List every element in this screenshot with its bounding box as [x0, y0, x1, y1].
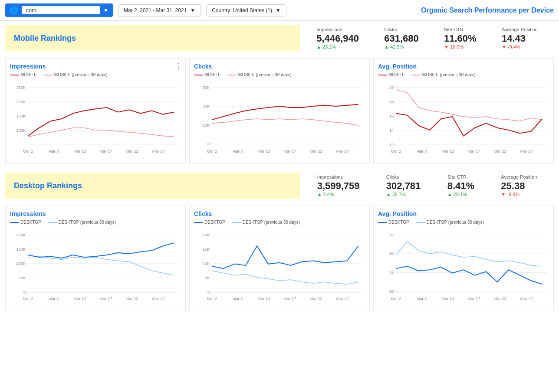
svg-text:Mar 27: Mar 27 [152, 149, 165, 154]
svg-text:Mar 27: Mar 27 [152, 297, 165, 301]
svg-text:12: 12 [389, 143, 394, 147]
date-range-selector[interactable]: Mar 2, 2021 - Mar 31, 2021 ▼ [118, 4, 201, 16]
pos-mobile-prev-line-icon [412, 75, 421, 75]
chart-menu-icon[interactable]: ⋮ [175, 62, 182, 70]
desktop-clicks-svg: 20K 15K 10K 5K 0 Mar 2 Mar 7 Mar 12 Mar … [194, 227, 365, 305]
legend-clicks-desktop-prev: DESKTOP (previous 30 days) [232, 220, 300, 225]
svg-text:5K: 5K [205, 276, 210, 280]
svg-text:Mar 12: Mar 12 [441, 297, 454, 301]
desktop-clicks-legend: DESKTOP DESKTOP (previous 30 days) [194, 220, 365, 225]
page-title: Organic Search Performance per Device [421, 7, 554, 14]
site-icon: 🌐 [10, 6, 18, 14]
svg-text:Mar 7: Mar 7 [233, 149, 243, 154]
svg-text:20K: 20K [203, 104, 210, 108]
mobile-position-chart: Avg. Position MOBILE MOBILE (previous 30… [373, 58, 554, 164]
svg-text:Mar 7: Mar 7 [233, 297, 243, 301]
pos-desktop-current-line-icon [378, 222, 387, 223]
mobile-position-svg: 20 18 16 14 12 Mar 2 Mar 7 Mar 12 Mar 17… [378, 80, 549, 158]
mobile-impressions-legend: MOBILE MOBILE (previous 30 days) [10, 72, 181, 77]
desktop-clicks-chart: Clicks DESKTOP DESKTOP (previous 30 days… [189, 206, 370, 311]
svg-text:250K: 250K [16, 85, 26, 90]
svg-text:0: 0 [207, 142, 210, 146]
svg-text:10K: 10K [203, 123, 210, 127]
svg-text:Mar 17: Mar 17 [99, 297, 112, 301]
svg-text:Mar 27: Mar 27 [520, 297, 533, 301]
svg-text:150K: 150K [16, 114, 26, 118]
desktop-section-header: Desktop Rankings Impressions 3,599,759 ▲… [5, 173, 554, 199]
mobile-impressions-chart: Impressions MOBILE MOBILE (previous 30 d… [5, 58, 186, 164]
svg-text:18: 18 [389, 100, 394, 104]
svg-text:10K: 10K [203, 261, 210, 266]
svg-text:Mar 7: Mar 7 [49, 297, 59, 301]
desktop-position-chart: Avg. Position DESKTOP DESKTOP (previous … [373, 206, 554, 311]
clicks-mobile-prev-line-icon [228, 75, 237, 75]
site-selector[interactable]: 🌐 ▼ [5, 3, 113, 17]
desktop-avgpos-metric: Average Position 25.38 ▼ -9.6% [496, 174, 542, 197]
mobile-impressions-metric: Impressions 5,446,940 ▲ 23.2% [311, 27, 364, 49]
clicks-desktop-current-line-icon [194, 222, 203, 223]
mobile-clicks-svg: 30K 20K 10K 0 Mar 2 Mar 7 Mar 12 Mar 17 … [194, 80, 365, 158]
svg-text:20: 20 [389, 289, 394, 294]
svg-text:Mar 7: Mar 7 [417, 149, 427, 154]
svg-text:0: 0 [207, 290, 210, 294]
app-header: 🌐 ▼ Mar 2, 2021 - Mar 31, 2021 ▼ Country… [0, 0, 559, 21]
svg-text:Mar 22: Mar 22 [309, 297, 322, 301]
legend-clicks-mobile-prev: MOBILE (previous 30 days) [228, 72, 292, 77]
desktop-impressions-svg: 200K 150K 100K 50K 0 Mar 2 Mar 7 Mar 12 … [10, 227, 181, 305]
desktop-position-legend: DESKTOP DESKTOP (previous 30 days) [378, 220, 549, 225]
domain-input[interactable] [22, 6, 100, 14]
mobile-rankings-title-box: Mobile Rankings [5, 25, 300, 51]
svg-text:30: 30 [389, 252, 394, 256]
svg-text:Mar 22: Mar 22 [125, 149, 138, 154]
legend-clicks-desktop-current: DESKTOP [194, 220, 225, 225]
legend-desktop-prev: DESKTOP (previous 30 days) [48, 220, 116, 225]
legend-pos-mobile-prev: MOBILE (previous 30 days) [412, 72, 476, 77]
legend-mobile-current: MOBILE [10, 72, 37, 77]
mobile-section-header: Mobile Rankings Impressions 5,446,940 ▲ … [5, 25, 554, 51]
svg-text:Mar 2: Mar 2 [23, 149, 33, 154]
mobile-rankings-title: Mobile Rankings [14, 34, 76, 43]
svg-text:Mar 2: Mar 2 [207, 149, 217, 154]
svg-text:Mar 17: Mar 17 [99, 149, 112, 154]
svg-text:Mar 2: Mar 2 [23, 297, 33, 301]
svg-text:Mar 27: Mar 27 [336, 297, 349, 301]
svg-text:Mar 27: Mar 27 [520, 149, 533, 154]
legend-mobile-prev: MOBILE (previous 30 days) [44, 72, 108, 77]
mobile-current-line-icon [10, 75, 19, 75]
svg-text:Mar 2: Mar 2 [207, 297, 217, 301]
mobile-ctr-metric: Site CTR 11.60% ▼ 16.0% [439, 27, 482, 49]
svg-text:Mar 2: Mar 2 [391, 149, 401, 154]
svg-text:100K: 100K [16, 261, 26, 266]
main-content: Mobile Rankings Impressions 5,446,940 ▲ … [0, 21, 559, 324]
svg-text:Mar 12: Mar 12 [73, 297, 86, 301]
svg-text:25: 25 [389, 271, 394, 275]
clicks-desktop-prev-line-icon [232, 222, 241, 223]
desktop-metrics-row: Impressions 3,599,759 ▲ 7.4% Clicks 302,… [300, 173, 554, 199]
mobile-charts-row: Impressions MOBILE MOBILE (previous 30 d… [5, 58, 554, 164]
svg-text:Mar 22: Mar 22 [309, 149, 322, 154]
svg-text:30K: 30K [203, 85, 210, 90]
country-selector[interactable]: Country: United States (1) ▼ [206, 4, 286, 16]
svg-text:200K: 200K [16, 233, 26, 237]
svg-text:Mar 17: Mar 17 [467, 297, 480, 301]
desktop-clicks-metric: Clicks 302,781 ▲ 38.7% [381, 174, 426, 197]
svg-text:Mar 12: Mar 12 [257, 297, 270, 301]
svg-text:Mar 17: Mar 17 [467, 149, 480, 154]
country-label: Country: United States (1) [212, 7, 272, 13]
mobile-clicks-chart: Clicks MOBILE MOBILE (previous 30 days) … [189, 58, 370, 164]
svg-text:Mar 22: Mar 22 [125, 297, 138, 301]
desktop-impressions-metric: Impressions 3,599,759 ▲ 7.4% [312, 174, 365, 197]
svg-text:Mar 2: Mar 2 [391, 297, 401, 301]
mobile-prev-line-icon [44, 75, 53, 75]
date-range-label: Mar 2, 2021 - Mar 31, 2021 [124, 7, 187, 13]
country-chevron-icon: ▼ [276, 7, 281, 13]
legend-pos-mobile-current: MOBILE [378, 72, 405, 77]
svg-text:35: 35 [389, 233, 394, 237]
legend-desktop-current: DESKTOP [10, 220, 41, 225]
mobile-metrics-row: Impressions 5,446,940 ▲ 23.2% Clicks 631… [300, 25, 554, 51]
desktop-prev-line-icon [48, 222, 57, 223]
svg-text:Mar 12: Mar 12 [441, 149, 454, 154]
desktop-position-svg: 35 30 25 20 Mar 2 Mar 7 Mar 12 Mar 17 Ma… [378, 227, 549, 305]
svg-text:0: 0 [23, 290, 26, 294]
desktop-impressions-legend: DESKTOP DESKTOP (previous 30 days) [10, 220, 181, 225]
